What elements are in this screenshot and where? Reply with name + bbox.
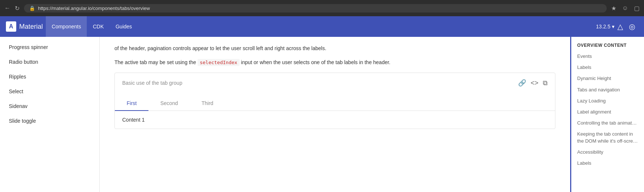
tab-content-panel: Content 1 (115, 111, 555, 129)
version-chevron: ▾ (612, 24, 614, 29)
tabs-header: First Second Third (115, 96, 555, 111)
nav-components[interactable]: Components (46, 16, 87, 37)
tab-second[interactable]: Second (148, 96, 189, 111)
toc-item-labels[interactable]: Labels (571, 62, 644, 73)
demo-card: Basic use of the tab group 🔗 <> ⧉ First … (114, 73, 555, 129)
toc-sidebar: Overview Content Events Labels Dynamic H… (570, 37, 644, 192)
version-selector[interactable]: 13.2.5 ▾ (596, 24, 614, 29)
toc-item-accessibility[interactable]: Accessibility (571, 147, 644, 158)
back-button[interactable]: ← (4, 5, 10, 11)
toc-item-labels-2[interactable]: Labels (571, 158, 644, 169)
demo-card-header: Basic use of the tab group 🔗 <> ⧉ (115, 73, 555, 93)
open-external-icon-button[interactable]: ⧉ (543, 79, 548, 87)
toc-item-dynamic-height[interactable]: Dynamic Height (571, 73, 644, 84)
demo-card-title: Basic use of the tab group (122, 80, 518, 86)
sidebar-item-sidenav[interactable]: Sidenav (0, 99, 99, 114)
tab-third[interactable]: Third (190, 96, 225, 111)
sidebar-item-progress-spinner[interactable]: Progress spinner (0, 40, 99, 55)
tab-content-text: Content 1 (122, 117, 145, 123)
bookmark-star-icon[interactable]: ★ (611, 5, 616, 12)
toc-item-controlling-animation[interactable]: Controlling the tab animat… (571, 118, 644, 129)
browser-action-icons: ★ ☺ ▢ (611, 5, 640, 12)
mat-logo[interactable]: A Material (6, 21, 43, 32)
main-layout: Progress spinner Radio button Ripples Se… (0, 37, 644, 192)
sidebar-item-slide-toggle[interactable]: Slide toggle (0, 114, 99, 128)
nav-cdk[interactable]: CDK (87, 16, 110, 37)
profile-icon[interactable]: ☺ (622, 5, 628, 11)
demo-card-actions: 🔗 <> ⧉ (518, 79, 548, 87)
browser-bar: ← ↻ 🔒 https://material.angular.io/compon… (0, 0, 644, 16)
sidebar-item-radio-button[interactable]: Radio button (0, 55, 99, 69)
toc-header: Overview Content (571, 40, 644, 51)
toc-item-events[interactable]: Events (571, 51, 644, 62)
brand-name: Material (19, 23, 43, 31)
toc-item-tabs-navigation[interactable]: Tabs and navigation (571, 84, 644, 95)
extensions-icon[interactable]: ▢ (634, 5, 640, 12)
settings-nav-icon[interactable]: ◎ (626, 22, 638, 31)
lock-icon: 🔒 (29, 6, 35, 11)
angular-logo-icon: A (6, 21, 16, 32)
selected-index-code: selectedIndex (198, 59, 240, 66)
content-paragraph-1: of the header, pagination controls appea… (114, 44, 555, 52)
tabs-container: First Second Third Content 1 (115, 93, 555, 129)
tab-first[interactable]: First (115, 96, 148, 111)
toc-item-lazy-loading[interactable]: Lazy Loading (571, 95, 644, 107)
content-paragraph-2: The active tab may be set using the sele… (114, 58, 555, 67)
code-icon-button[interactable]: <> (531, 79, 538, 87)
profile-nav-icon[interactable]: △ (614, 22, 626, 31)
address-bar[interactable]: 🔒 https://material.angular.io/components… (24, 4, 607, 13)
content-area: of the header, pagination controls appea… (100, 37, 570, 192)
logo-letter: A (9, 23, 13, 30)
nav-guides[interactable]: Guides (110, 16, 138, 37)
sidebar-item-select[interactable]: Select (0, 84, 99, 99)
link-icon-button[interactable]: 🔗 (518, 79, 526, 87)
toc-item-keeping-tab-content[interactable]: Keeping the tab content in the DOM while… (571, 129, 644, 146)
version-text: 13.2.5 (596, 24, 610, 29)
url-text: https://material.angular.io/components/t… (38, 6, 150, 11)
sidebar-item-ripples[interactable]: Ripples (0, 69, 99, 84)
top-nav: A Material Components CDK Guides 13.2.5 … (0, 16, 644, 37)
sidebar: Progress spinner Radio button Ripples Se… (0, 37, 100, 192)
refresh-button[interactable]: ↻ (15, 5, 20, 12)
toc-item-label-alignment[interactable]: Label alignment (571, 107, 644, 118)
